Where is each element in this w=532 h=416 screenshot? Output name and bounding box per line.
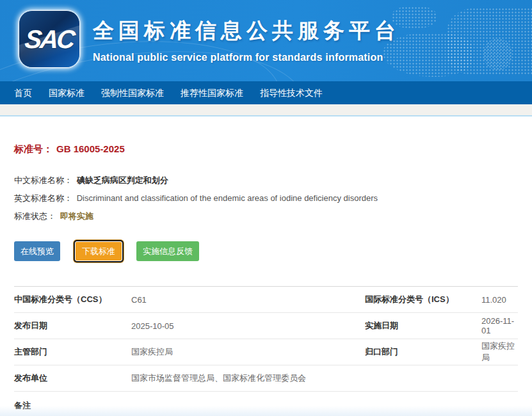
english-name-value: Discriminant and classification of the e… [77, 193, 378, 203]
main-nav: 首页 国家标准 强制性国家标准 推荐性国家标准 指导性技术文件 [0, 81, 532, 104]
site-header: SAC 全国标准信息公共服务平台 National public service… [0, 0, 532, 81]
status-badge: 即将实施 [60, 211, 93, 221]
action-buttons: 在线预览 下载标准 实施信息反馈 [14, 239, 518, 263]
standard-fields: 中文标准名称： 碘缺乏病病区判定和划分 英文标准名称： Discriminant… [14, 172, 518, 225]
centralized-dept-label: 归口部门 [365, 346, 481, 358]
standard-details-table: 中国标准分类号（CCS） C61 国际标准分类号（ICS） 11.020 发布日… [14, 286, 518, 416]
ccs-value: C61 [131, 295, 365, 305]
field-english-name: 英文标准名称： Discriminant and classification … [14, 189, 518, 207]
ics-value: 11.020 [481, 295, 518, 305]
implementation-feedback-button[interactable]: 实施信息反馈 [136, 241, 199, 261]
nav-item-guiding-documents[interactable]: 指导性技术文件 [252, 81, 331, 104]
table-row: 备注 [14, 391, 518, 416]
site-title: 全国标准信息公共服务平台 [93, 17, 400, 45]
world-map-decoration [483, 38, 512, 70]
publish-date-label: 发布日期 [14, 320, 131, 332]
status-label: 标准状态： [14, 211, 56, 221]
ics-label: 国际标准分类号（ICS） [365, 294, 481, 305]
table-row: 发布单位 国家市场监督管理总局、国家标准化管理委员会 [14, 365, 518, 391]
issuing-unit-label: 发布单位 [14, 372, 131, 384]
site-subtitle: National public service platform for sta… [93, 52, 400, 63]
centralized-dept-value: 国家疾控局 [481, 340, 518, 364]
nav-item-home[interactable]: 首页 [6, 81, 40, 104]
implement-date-label: 实施日期 [365, 320, 481, 332]
standard-number: GB 16005-2025 [56, 143, 125, 154]
table-row: 主管部门 国家疾控局 归口部门 国家疾控局 [14, 339, 518, 365]
standard-number-label: 标准号： [14, 143, 52, 154]
competent-dept-value: 国家疾控局 [131, 346, 365, 358]
issuing-unit-value: 国家市场监督管理总局、国家标准化管理委员会 [131, 372, 518, 384]
nav-item-mandatory-standards[interactable]: 强制性国家标准 [93, 81, 172, 104]
nav-item-national-standards[interactable]: 国家标准 [40, 81, 93, 104]
sac-logo-text: SAC [24, 25, 75, 54]
sub-header-band [0, 104, 532, 116]
chinese-name-value: 碘缺乏病病区判定和划分 [77, 175, 168, 185]
sac-logo[interactable]: SAC [19, 11, 79, 67]
publish-date-value: 2025-10-05 [131, 321, 365, 331]
ccs-label: 中国标准分类号（CCS） [14, 294, 131, 305]
field-chinese-name: 中文标准名称： 碘缺乏病病区判定和划分 [14, 172, 518, 189]
table-row: 中国标准分类号（CCS） C61 国际标准分类号（ICS） 11.020 [14, 286, 518, 312]
standard-detail-page: 标准号：GB 16005-2025 中文标准名称： 碘缺乏病病区判定和划分 英文… [0, 143, 532, 416]
chinese-name-label: 中文标准名称： [14, 175, 72, 185]
nav-item-recommended-standards[interactable]: 推荐性国家标准 [172, 81, 252, 104]
implement-date-value: 2026-11-01 [481, 316, 518, 335]
english-name-label: 英文标准名称： [14, 193, 72, 203]
field-status: 标准状态： 即将实施 [14, 207, 518, 225]
remarks-label: 备注 [14, 400, 131, 412]
online-preview-button[interactable]: 在线预览 [14, 241, 60, 261]
competent-dept-label: 主管部门 [14, 346, 131, 358]
standard-number-line: 标准号：GB 16005-2025 [14, 143, 518, 156]
site-title-block: 全国标准信息公共服务平台 National public service pla… [93, 17, 400, 63]
table-row: 发布日期 2025-10-05 实施日期 2026-11-01 [14, 312, 518, 339]
download-standard-button[interactable]: 下载标准 [75, 241, 122, 261]
